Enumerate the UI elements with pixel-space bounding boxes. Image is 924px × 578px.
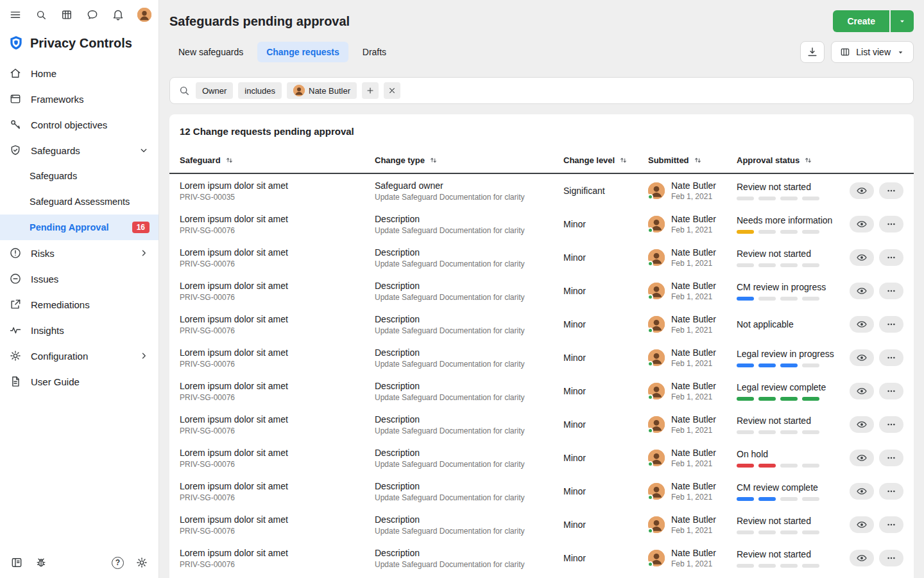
download-button[interactable] (800, 41, 825, 63)
more-options-button[interactable] (879, 450, 903, 466)
sidebar-item-remediations[interactable]: Remediations (0, 292, 158, 317)
sidebar-item-safeguards-sub[interactable]: Safeguards (0, 163, 158, 189)
sidebar-item-pending-approval[interactable]: Pending Approval 16 (0, 215, 158, 240)
filter-operator-chip[interactable]: includes (238, 82, 282, 99)
change-level: Minor (563, 486, 648, 496)
change-description: Update Safeguard Documentation for clari… (375, 393, 563, 402)
more-options-button[interactable] (879, 316, 903, 333)
progress-segment (737, 464, 754, 468)
column-header-safeguard[interactable]: Safeguard (180, 155, 375, 165)
safeguard-cell: Lorem ipsum dolor sit amet PRIV-SG-00076 (180, 548, 375, 569)
submitter-avatar (648, 283, 665, 299)
filter-field-chip[interactable]: Owner (196, 82, 233, 99)
tab-new-safeguards[interactable]: New safeguards (169, 42, 252, 62)
view-button[interactable] (850, 249, 874, 266)
status-progress (737, 564, 837, 568)
safeguard-name[interactable]: Lorem ipsum dolor sit amet (180, 347, 375, 358)
filter-value-chip[interactable]: Nate Butler (287, 82, 357, 99)
sidebar-item-home[interactable]: Home (0, 60, 158, 86)
row-actions (837, 249, 903, 266)
progress-segment (802, 197, 819, 200)
sort-icon (803, 155, 813, 165)
safeguard-id: PRIV-SG-00076 (180, 493, 375, 502)
safeguard-name[interactable]: Lorem ipsum dolor sit amet (180, 180, 375, 191)
sidebar-item-safeguards[interactable]: Safeguards (0, 137, 158, 163)
view-button[interactable] (850, 483, 874, 500)
search-icon[interactable] (35, 8, 47, 21)
view-button[interactable] (850, 550, 874, 566)
more-options-button[interactable] (879, 416, 903, 433)
column-header-submitted[interactable]: Submitted (648, 155, 737, 165)
bug-icon[interactable] (35, 556, 47, 569)
filter-bar[interactable]: Owner includes Nate Butler (169, 77, 914, 104)
safeguard-name[interactable]: Lorem ipsum dolor sit amet (180, 314, 375, 324)
sidebar-item-insights[interactable]: Insights (0, 317, 158, 343)
sidebar-item-frameworks[interactable]: Frameworks (0, 86, 158, 112)
more-options-button[interactable] (879, 383, 903, 399)
more-options-button[interactable] (879, 182, 903, 199)
view-button[interactable] (850, 516, 874, 533)
safeguard-name[interactable]: Lorem ipsum dolor sit amet (180, 514, 375, 525)
add-filter-button[interactable] (362, 82, 379, 99)
safeguard-name[interactable]: Lorem ipsum dolor sit amet (180, 414, 375, 425)
more-options-button[interactable] (879, 283, 903, 299)
safeguard-name[interactable]: Lorem ipsum dolor sit amet (180, 281, 375, 291)
view-button[interactable] (850, 316, 874, 333)
view-button[interactable] (850, 450, 874, 466)
submitter-name: Nate Butler (671, 247, 716, 258)
page-title: Safeguards pending approval (169, 14, 350, 29)
safeguard-name[interactable]: Lorem ipsum dolor sit amet (180, 448, 375, 458)
help-icon[interactable]: ? (112, 557, 124, 569)
view-button[interactable] (850, 182, 874, 199)
more-options-button[interactable] (879, 216, 903, 232)
column-header-approval-status[interactable]: Approval status (737, 155, 837, 165)
view-button[interactable] (850, 383, 874, 399)
more-options-button[interactable] (879, 349, 903, 366)
column-header-change-level[interactable]: Change level (563, 155, 648, 165)
notifications-bell-icon[interactable] (112, 8, 124, 21)
sidebar-item-configuration[interactable]: Configuration (0, 343, 158, 369)
view-button[interactable] (850, 349, 874, 366)
submitted-cell: Nate Butler Feb 1, 2021 (648, 514, 737, 535)
changelog-panel-icon[interactable] (10, 556, 23, 569)
create-dropdown-button[interactable] (891, 10, 914, 32)
safeguard-name[interactable]: Lorem ipsum dolor sit amet (180, 247, 375, 258)
view-button[interactable] (850, 416, 874, 433)
user-avatar[interactable] (137, 8, 151, 22)
approval-status-text: CM review complete (737, 482, 837, 493)
progress-segment (802, 263, 819, 267)
sidebar-item-control-objectives[interactable]: Control objectives (0, 112, 158, 137)
menu-icon[interactable] (9, 8, 22, 21)
tab-drafts[interactable]: Drafts (354, 42, 395, 62)
more-options-button[interactable] (879, 483, 903, 500)
view-button[interactable] (850, 216, 874, 232)
sidebar-item-safeguard-assessments[interactable]: Safeguard Assessments (0, 189, 158, 215)
settings-gear-icon[interactable] (135, 556, 148, 569)
sidebar-item-user-guide[interactable]: User Guide (0, 369, 158, 394)
sidebar-item-issues[interactable]: Issues (0, 266, 158, 292)
submitted-date: Feb 1, 2021 (671, 359, 716, 368)
more-options-button[interactable] (879, 550, 903, 566)
safeguard-name[interactable]: Lorem ipsum dolor sit amet (180, 481, 375, 491)
tab-change-requests[interactable]: Change requests (257, 42, 348, 62)
column-header-change-type[interactable]: Change type (375, 155, 563, 165)
safeguard-name[interactable]: Lorem ipsum dolor sit amet (180, 214, 375, 224)
submitted-date: Feb 1, 2021 (671, 292, 716, 301)
table-row: Lorem ipsum dolor sit amet PRIV-SG-00076… (169, 308, 914, 341)
safeguard-cell: Lorem ipsum dolor sit amet PRIV-SG-00076 (180, 214, 375, 235)
presence-indicator (647, 495, 653, 500)
view-button[interactable] (850, 283, 874, 299)
presence-indicator (647, 227, 653, 233)
more-options-button[interactable] (879, 516, 903, 533)
safeguard-name[interactable]: Lorem ipsum dolor sit amet (180, 548, 375, 558)
submitter-name: Nate Butler (671, 448, 716, 458)
list-view-button[interactable]: List view (831, 41, 914, 63)
sidebar-item-risks[interactable]: Risks (0, 240, 158, 266)
apps-grid-icon[interactable] (60, 8, 73, 21)
safeguard-name[interactable]: Lorem ipsum dolor sit amet (180, 381, 375, 391)
clear-filter-button[interactable] (384, 82, 400, 99)
ellipsis-icon (886, 252, 897, 263)
create-button[interactable]: Create (833, 10, 889, 32)
more-options-button[interactable] (879, 249, 903, 266)
chat-icon[interactable] (86, 8, 99, 21)
